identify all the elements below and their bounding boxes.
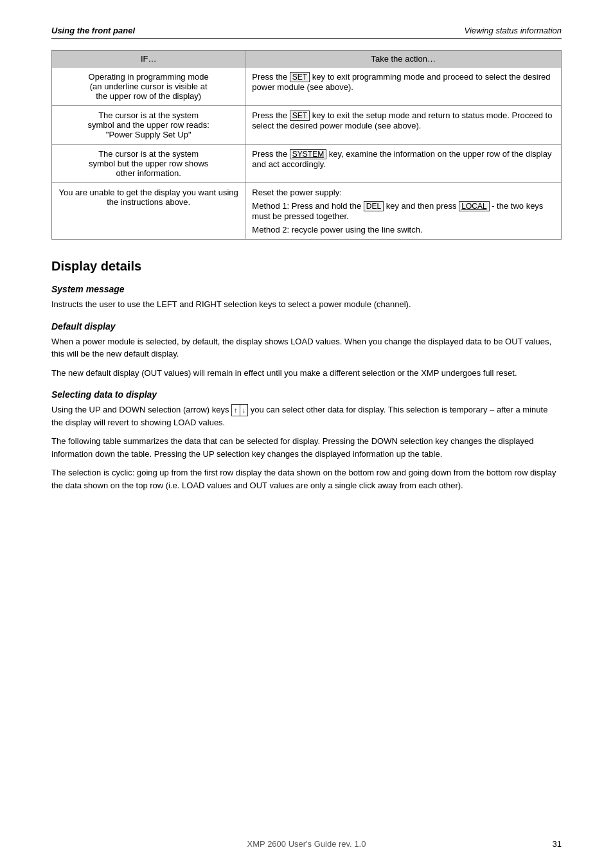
down-arrow-icon: ↓ [240,405,248,416]
header-left: Using the front panel [51,26,135,35]
system-key: SYSTEM [290,149,326,159]
if-cell-1: Operating in programming mode(an underli… [52,67,245,106]
table-row: Operating in programming mode(an underli… [52,67,562,106]
header-right: Viewing status information [464,26,562,35]
del-key: DEL [364,201,384,211]
system-message-text: Instructs the user to use the LEFT and R… [51,298,562,311]
selecting-data-para3: The selection is cyclic: going up from t… [51,466,562,492]
page-header: Using the front panel Viewing status inf… [51,26,562,39]
status-table: IF… Take the action… Operating in progra… [51,50,562,240]
default-display-para2: The new default display (OUT values) wil… [51,367,562,380]
system-message-subtitle: System message [51,284,562,294]
footer-page-number: 31 [553,839,562,849]
selecting-data-subsection: Selecting data to display Using the UP a… [51,389,562,492]
table-row: The cursor is at the systemsymbol but th… [52,145,562,183]
selecting-data-para2: The following table summarizes the data … [51,435,562,460]
action-cell-1: Press the SET key to exit programming mo… [245,67,562,106]
set-key-1: SET [290,72,310,82]
selecting-data-para1: Using the UP and DOWN selection (arrow) … [51,403,562,429]
action-cell-3: Press the SYSTEM key, examine the inform… [245,145,562,183]
if-cell-3: The cursor is at the systemsymbol but th… [52,145,245,183]
action-cell-2: Press the SET key to exit the setup mode… [245,106,562,145]
selecting-data-subtitle: Selecting data to display [51,389,562,400]
col1-header: IF… [52,51,245,67]
arrow-keys-icon: ↑↓ [231,404,248,416]
default-display-para1: When a power module is selected, by defa… [51,335,562,360]
local-key: LOCAL [459,201,489,211]
if-cell-4: You are unable to get the display you wa… [52,183,245,240]
if-cell-2: The cursor is at the systemsymbol and th… [52,106,245,145]
default-display-subsection: Default display When a power module is s… [51,321,562,380]
table-row: You are unable to get the display you wa… [52,183,562,240]
up-arrow-icon: ↑ [232,405,240,416]
display-details-section: Display details System message Instructs… [51,259,562,492]
col2-header: Take the action… [245,51,562,67]
table-row: The cursor is at the systemsymbol and th… [52,106,562,145]
system-message-subsection: System message Instructs the user to use… [51,284,562,311]
footer-center-text: XMP 2600 User's Guide rev. 1.0 [247,839,366,849]
page-footer: XMP 2600 User's Guide rev. 1.0 31 [0,839,613,849]
display-details-title: Display details [51,259,562,274]
action-cell-4: Reset the power supply: Method 1: Press … [245,183,562,240]
default-display-subtitle: Default display [51,321,562,332]
set-key-2: SET [290,111,310,121]
